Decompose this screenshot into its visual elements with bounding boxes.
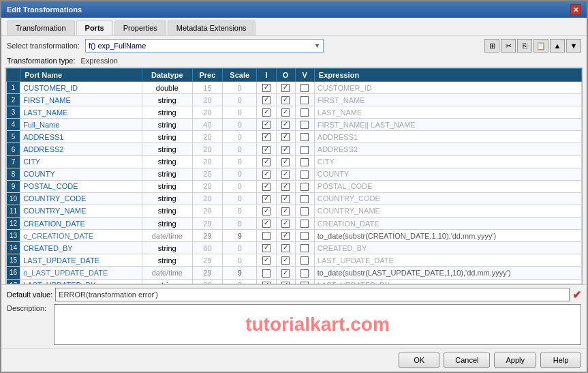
i-checkbox[interactable] <box>262 108 270 117</box>
icon-new-btn[interactable]: ⊞ <box>484 39 499 53</box>
expression-cell[interactable]: CUSTOMER_ID <box>314 82 581 94</box>
port-name-cell[interactable]: CUSTOMER_ID <box>20 82 142 94</box>
o-checkbox[interactable] <box>281 146 290 154</box>
v-cell[interactable] <box>295 254 314 267</box>
i-checkbox[interactable] <box>262 232 270 240</box>
port-name-cell[interactable]: LAST_NAME <box>20 106 142 119</box>
scale-cell[interactable]: 0 <box>222 94 257 106</box>
port-name-cell[interactable]: CITY <box>20 155 142 168</box>
scale-cell[interactable]: 0 <box>222 254 257 267</box>
tab-properties[interactable]: Properties <box>114 20 166 35</box>
port-name-cell[interactable]: LAST_UPDATE_DATE <box>20 254 142 267</box>
prec-cell[interactable]: 20 <box>192 94 222 106</box>
v-cell[interactable] <box>295 119 314 131</box>
prec-cell[interactable]: 20 <box>192 205 222 217</box>
port-name-cell[interactable]: o_LAST_UPDATE_DATE <box>20 267 142 279</box>
prec-cell[interactable]: 15 <box>192 82 222 94</box>
i-cell[interactable] <box>257 192 276 205</box>
i-cell[interactable] <box>257 180 276 192</box>
table-row[interactable]: 17 LAST_UPDATED_BY string 80 0 LAST_UPDA… <box>7 279 582 284</box>
table-row[interactable]: 11 COUNTRY_NAME string 20 0 COUNTRY_NAME <box>7 205 582 217</box>
i-cell[interactable] <box>257 119 276 131</box>
o-cell[interactable] <box>276 82 295 94</box>
table-row[interactable]: 10 COUNTRY_CODE string 20 0 COUNTRY_CODE <box>7 192 582 205</box>
v-checkbox[interactable] <box>300 108 309 117</box>
datatype-cell[interactable]: string <box>142 168 192 180</box>
scale-cell[interactable]: 0 <box>222 155 257 168</box>
prec-cell[interactable]: 29 <box>192 267 222 279</box>
datatype-cell[interactable]: string <box>142 94 192 106</box>
table-row[interactable]: 5 ADDRESS1 string 20 0 ADDRESS1 <box>7 131 582 143</box>
o-checkbox[interactable] <box>281 133 290 141</box>
i-checkbox[interactable] <box>262 170 270 179</box>
prec-cell[interactable]: 29 <box>192 254 222 267</box>
i-checkbox[interactable] <box>262 244 270 252</box>
o-cell[interactable] <box>276 218 295 230</box>
port-name-cell[interactable]: COUNTRY_CODE <box>20 192 142 205</box>
expression-cell[interactable]: LAST_UPDATED_BY <box>314 279 581 284</box>
port-name-cell[interactable]: Full_Name <box>20 119 142 131</box>
o-cell[interactable] <box>276 119 295 131</box>
port-name-cell[interactable]: o_CREATION_DATE <box>20 230 142 242</box>
scale-cell[interactable]: 0 <box>222 119 257 131</box>
i-cell[interactable] <box>257 279 276 284</box>
datatype-cell[interactable]: string <box>142 205 192 217</box>
scale-cell[interactable]: 0 <box>222 143 257 155</box>
i-cell[interactable] <box>257 143 276 155</box>
scale-cell[interactable]: 0 <box>222 106 257 119</box>
expression-cell[interactable]: FIRST_NAME <box>314 94 581 106</box>
datatype-cell[interactable]: string <box>142 254 192 267</box>
expression-cell[interactable]: POSTAL_CODE <box>314 180 581 192</box>
table-row[interactable]: 2 FIRST_NAME string 20 0 FIRST_NAME <box>7 94 582 106</box>
icon-down-btn[interactable]: ▼ <box>566 39 581 53</box>
transformation-select[interactable]: f() exp_FullName ▼ <box>85 39 324 53</box>
datatype-cell[interactable]: double <box>142 82 192 94</box>
table-row[interactable]: 7 CITY string 20 0 CITY <box>7 155 582 168</box>
table-row[interactable]: 8 COUNTY string 20 0 COUNTY <box>7 168 582 180</box>
v-checkbox[interactable] <box>300 232 309 240</box>
i-checkbox[interactable] <box>262 256 270 265</box>
i-cell[interactable] <box>257 254 276 267</box>
v-checkbox[interactable] <box>300 195 309 203</box>
prec-cell[interactable]: 20 <box>192 168 222 180</box>
v-checkbox[interactable] <box>300 269 309 278</box>
scale-cell[interactable]: 0 <box>222 168 257 180</box>
datatype-cell[interactable]: string <box>142 143 192 155</box>
i-checkbox[interactable] <box>262 269 270 278</box>
o-checkbox[interactable] <box>281 170 290 179</box>
v-cell[interactable] <box>295 267 314 279</box>
i-cell[interactable] <box>257 267 276 279</box>
datatype-cell[interactable]: string <box>142 180 192 192</box>
port-name-cell[interactable]: POSTAL_CODE <box>20 180 142 192</box>
port-name-cell[interactable]: COUNTRY_NAME <box>20 205 142 217</box>
prec-cell[interactable]: 29 <box>192 230 222 242</box>
v-cell[interactable] <box>295 143 314 155</box>
prec-cell[interactable]: 80 <box>192 279 222 284</box>
o-checkbox[interactable] <box>281 269 290 278</box>
o-cell[interactable] <box>276 155 295 168</box>
o-cell[interactable] <box>276 131 295 143</box>
o-cell[interactable] <box>276 180 295 192</box>
table-row[interactable]: 13 o_CREATION_DATE date/time 29 9 to_dat… <box>7 230 582 242</box>
port-name-cell[interactable]: COUNTY <box>20 168 142 180</box>
expression-cell[interactable]: FIRST_NAME|| LAST_NAME <box>314 119 581 131</box>
table-row[interactable]: 3 LAST_NAME string 20 0 LAST_NAME <box>7 106 582 119</box>
datatype-cell[interactable]: string <box>142 218 192 230</box>
o-checkbox[interactable] <box>281 183 290 191</box>
scale-cell[interactable]: 0 <box>222 131 257 143</box>
help-button[interactable]: Help <box>540 353 581 368</box>
checkmark-button[interactable]: ✔ <box>572 288 581 301</box>
i-cell[interactable] <box>257 218 276 230</box>
scale-cell[interactable]: 0 <box>222 82 257 94</box>
scale-cell[interactable]: 9 <box>222 267 257 279</box>
o-checkbox[interactable] <box>281 232 290 240</box>
datatype-cell[interactable]: string <box>142 131 192 143</box>
i-checkbox[interactable] <box>262 158 270 166</box>
i-checkbox[interactable] <box>262 146 270 154</box>
i-cell[interactable] <box>257 230 276 242</box>
o-cell[interactable] <box>276 205 295 217</box>
i-cell[interactable] <box>257 205 276 217</box>
i-checkbox[interactable] <box>262 207 270 215</box>
v-checkbox[interactable] <box>300 220 309 228</box>
v-checkbox[interactable] <box>300 207 309 215</box>
